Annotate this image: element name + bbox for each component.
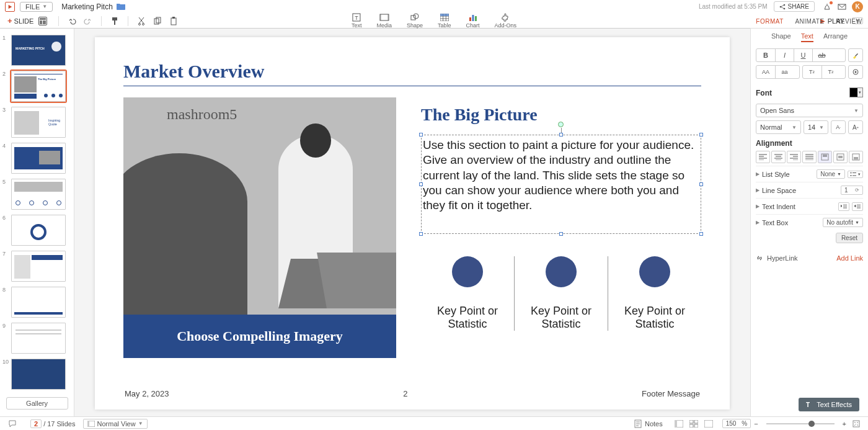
align-justify-button[interactable]: [802, 151, 817, 163]
bold-button[interactable]: B: [756, 49, 775, 61]
thumb-1[interactable]: MARKETING PITCH: [11, 35, 66, 66]
slide-title[interactable]: Market Overview: [123, 61, 701, 82]
align-left-button[interactable]: [756, 151, 770, 163]
zoom-slider-knob[interactable]: [808, 421, 815, 427]
text-box-label[interactable]: Text Box: [762, 219, 788, 226]
underline-button[interactable]: U: [794, 49, 812, 61]
resize-handle-se[interactable]: [699, 232, 703, 236]
thumb-10[interactable]: [11, 359, 66, 390]
copy-button[interactable]: [153, 16, 162, 26]
uppercase-button[interactable]: AA: [756, 66, 775, 78]
italic-button[interactable]: I: [775, 49, 794, 61]
resize-handle-nw[interactable]: [419, 133, 423, 137]
highlight-button[interactable]: [849, 49, 862, 61]
list-style-label[interactable]: List Style: [762, 171, 790, 178]
text-indent-label[interactable]: Text Indent: [762, 203, 795, 210]
notifications-icon[interactable]: [822, 1, 833, 12]
gallery-button[interactable]: Gallery: [6, 397, 68, 410]
subtab-arrange[interactable]: Arrange: [823, 32, 848, 42]
new-slide-button[interactable]: + SLIDE: [5, 15, 36, 27]
tab-format[interactable]: FORMAT: [756, 18, 783, 25]
tab-animate[interactable]: ANIMATE: [795, 18, 824, 25]
resize-handle-e[interactable]: [699, 182, 703, 186]
key-point-3[interactable]: Key Point orStatistic: [608, 256, 701, 331]
thumb-3[interactable]: InspiringQuote: [11, 107, 66, 138]
superscript-button[interactable]: T2: [803, 66, 822, 78]
zoom-in-button[interactable]: +: [843, 420, 846, 428]
subscript-button[interactable]: T2: [822, 66, 840, 78]
text-effects-button[interactable]: T Text Effects: [799, 398, 859, 411]
thumb-5[interactable]: [11, 179, 66, 210]
text-settings-button[interactable]: [849, 66, 862, 78]
insert-chart-button[interactable]: Chart: [466, 13, 480, 29]
slide-canvas[interactable]: Market Overview mashroom5 Choose Compell…: [95, 37, 730, 410]
paste-button[interactable]: [169, 16, 179, 26]
resize-handle-w[interactable]: [419, 182, 423, 186]
resize-handle-ne[interactable]: [699, 133, 703, 137]
line-space-label[interactable]: Line Space: [762, 187, 796, 194]
image-block[interactable]: mashroom5 Choose Compelling Imagery: [123, 97, 396, 358]
add-link-button[interactable]: Add Link: [836, 254, 863, 262]
indent-decrease-button[interactable]: [838, 202, 849, 211]
document-title[interactable]: Marketing Pitch: [61, 2, 113, 11]
view-mode-select[interactable]: Normal View ▼: [83, 419, 148, 429]
decrease-font-button[interactable]: A-: [831, 121, 845, 133]
bullet-type-button[interactable]: ▾: [848, 171, 863, 178]
body-paragraph[interactable]: Use this section to paint a picture for …: [423, 138, 699, 213]
zoom-out-button[interactable]: −: [754, 420, 758, 428]
undo-button[interactable]: [67, 16, 77, 26]
current-slide-number[interactable]: 2: [30, 419, 42, 428]
thumb-4[interactable]: [11, 143, 66, 174]
image-caption[interactable]: Choose Compelling Imagery: [123, 315, 396, 358]
folder-icon[interactable]: [117, 3, 125, 10]
thumb-6[interactable]: [11, 215, 66, 246]
resize-handle-n[interactable]: [559, 133, 563, 137]
subtab-text[interactable]: Text: [801, 32, 813, 42]
text-box-autofit-select[interactable]: No autofit▼: [823, 218, 863, 227]
font-color-picker[interactable]: ▾: [849, 87, 863, 97]
increase-font-button[interactable]: A+: [849, 121, 862, 133]
cut-button[interactable]: [136, 16, 146, 26]
zoom-slider[interactable]: [766, 423, 835, 424]
footer-date[interactable]: May 2, 2023: [125, 389, 169, 398]
thumb-7[interactable]: [11, 251, 66, 282]
insert-addons-button[interactable]: Add-Ons: [495, 13, 517, 29]
selected-textbox[interactable]: Use this section to paint a picture for …: [421, 135, 701, 234]
footer-page[interactable]: 2: [403, 389, 407, 398]
tab-review[interactable]: REVIEW: [836, 18, 862, 25]
zoom-input[interactable]: 150 %: [722, 419, 751, 428]
font-style-select[interactable]: Normal▼: [756, 120, 801, 134]
insert-text-button[interactable]: T Text: [352, 13, 362, 29]
font-size-select[interactable]: 14▼: [804, 120, 828, 134]
notes-label[interactable]: Notes: [645, 420, 663, 428]
key-point-2[interactable]: Key Point orStatistic: [514, 256, 608, 331]
thumb-8[interactable]: [11, 287, 66, 318]
view-reading-icon[interactable]: [704, 420, 713, 428]
insert-shape-button[interactable]: Shape: [407, 13, 423, 29]
resize-handle-sw[interactable]: [419, 232, 423, 236]
list-style-select[interactable]: None▼: [817, 169, 845, 179]
file-menu-button[interactable]: FILE ▼: [20, 2, 53, 12]
lowercase-button[interactable]: aa: [775, 66, 794, 78]
notes-toggle[interactable]: [634, 419, 642, 428]
format-painter-button[interactable]: [110, 16, 120, 26]
layout-picker-button[interactable]: [38, 17, 47, 25]
align-right-button[interactable]: [787, 151, 801, 163]
view-sorter-icon[interactable]: [689, 420, 698, 428]
resize-handle-s[interactable]: [559, 232, 563, 236]
mail-icon[interactable]: [836, 1, 848, 12]
align-center-button[interactable]: [771, 151, 786, 163]
indent-increase-button[interactable]: [852, 202, 863, 211]
line-space-input[interactable]: 1 ⟳: [841, 186, 863, 195]
share-button[interactable]: SHARE: [774, 1, 815, 12]
rotate-handle[interactable]: [558, 122, 564, 127]
footer-message[interactable]: Footer Message: [642, 389, 700, 398]
font-family-select[interactable]: Open Sans▼: [756, 104, 863, 117]
fit-to-window-button[interactable]: [852, 420, 860, 428]
insert-table-button[interactable]: Table: [438, 13, 451, 29]
reset-button[interactable]: Reset: [836, 233, 863, 243]
valign-middle-button[interactable]: [833, 151, 848, 163]
comments-icon[interactable]: [8, 419, 17, 428]
redo-button[interactable]: [83, 16, 93, 26]
subtab-shape[interactable]: Shape: [771, 32, 791, 42]
